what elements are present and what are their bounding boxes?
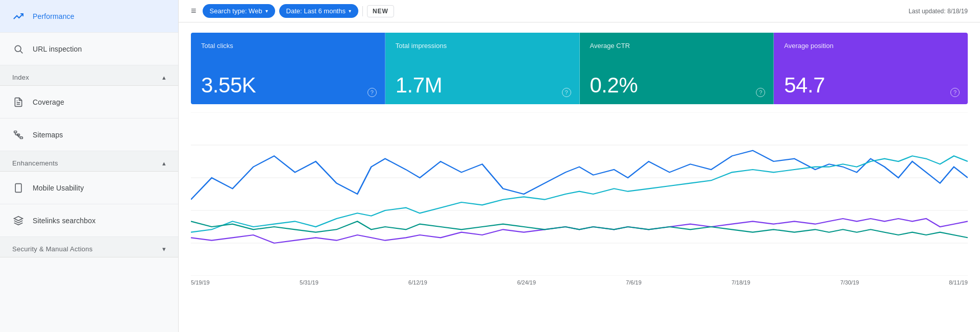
- clicks-line: [191, 151, 968, 200]
- x-label-5: 7/18/19: [731, 279, 750, 286]
- svg-line-1: [20, 51, 23, 53]
- enhancements-section-label: Enhancements: [12, 159, 58, 167]
- sidebar-item-sitelinks-label: Sitelinks searchbox: [33, 217, 95, 225]
- metric-card-clicks[interactable]: Total clicks 3.55K ?: [191, 33, 385, 104]
- index-section-label: Index: [12, 74, 29, 81]
- position-value: 54.7: [784, 75, 958, 96]
- svg-marker-13: [14, 216, 23, 220]
- metrics-row: Total clicks 3.55K ? Total impressions 1…: [191, 33, 968, 104]
- position-line: [191, 221, 968, 238]
- date-range-chevron: ▾: [349, 8, 351, 14]
- sidebar-item-url-inspection[interactable]: URL inspection: [0, 33, 178, 65]
- new-badge: NEW: [367, 5, 394, 17]
- search-type-filter[interactable]: Search type: Web ▾: [203, 4, 275, 18]
- search-type-chevron: ▾: [265, 8, 268, 14]
- svg-point-0: [15, 45, 21, 52]
- clicks-label: Total clicks: [201, 42, 375, 50]
- ctr-value: 0.2%: [590, 75, 764, 96]
- sidebar-item-sitemaps-label: Sitemaps: [33, 131, 63, 139]
- x-label-3: 6/24/19: [517, 279, 536, 286]
- menu-icon[interactable]: ≡: [191, 6, 197, 16]
- trending-up-icon: [12, 10, 24, 22]
- x-label-2: 6/12/19: [408, 279, 427, 286]
- coverage-icon: [12, 96, 24, 108]
- date-range-label: Date: Last 6 months: [286, 7, 346, 15]
- filter-divider: [362, 6, 363, 16]
- enhancements-section-header[interactable]: Enhancements ▴: [0, 151, 178, 172]
- impressions-help-icon[interactable]: ?: [562, 88, 571, 97]
- search-icon: [12, 43, 24, 55]
- chart-container: 5/19/19 5/31/19 6/12/19 6/24/19 7/6/19 7…: [179, 112, 980, 332]
- index-section-header[interactable]: Index ▴: [0, 65, 178, 86]
- security-section-header[interactable]: Security & Manual Actions ▾: [0, 237, 178, 257]
- sitemaps-icon: [12, 129, 24, 141]
- x-axis-labels: 5/19/19 5/31/19 6/12/19 6/24/19 7/6/19 7…: [191, 277, 968, 286]
- enhancements-chevron-icon: ▴: [162, 159, 166, 167]
- sidebar-item-coverage-label: Coverage: [33, 98, 64, 106]
- impressions-label: Total impressions: [396, 42, 569, 50]
- security-chevron-icon: ▾: [162, 245, 166, 253]
- main-content: ≡ Search type: Web ▾ Date: Last 6 months…: [179, 0, 980, 332]
- clicks-help-icon[interactable]: ?: [368, 88, 377, 97]
- ctr-help-icon[interactable]: ?: [756, 88, 765, 97]
- x-label-0: 5/19/19: [191, 279, 210, 286]
- mobile-icon: [12, 182, 24, 194]
- metric-card-ctr[interactable]: Average CTR 0.2% ?: [580, 33, 774, 104]
- sidebar-item-mobile-usability[interactable]: Mobile Usability: [0, 172, 178, 204]
- date-range-filter[interactable]: Date: Last 6 months ▾: [279, 4, 358, 18]
- index-chevron-icon: ▴: [162, 74, 166, 81]
- top-bar: ≡ Search type: Web ▾ Date: Last 6 months…: [179, 0, 980, 22]
- last-updated: Last updated: 8/18/19: [909, 8, 968, 15]
- position-label: Average position: [784, 42, 958, 50]
- position-help-icon[interactable]: ?: [950, 88, 960, 97]
- sidebar-item-sitemaps[interactable]: Sitemaps: [0, 118, 178, 151]
- clicks-value: 3.55K: [201, 75, 375, 96]
- metric-card-position[interactable]: Average position 54.7 ?: [774, 33, 968, 104]
- sidebar: Performance URL inspection Index ▴ Cover…: [0, 0, 179, 332]
- sidebar-item-performance[interactable]: Performance: [0, 0, 178, 33]
- search-type-label: Search type: Web: [210, 7, 262, 15]
- ctr-label: Average CTR: [590, 42, 764, 50]
- sidebar-item-sitelinks-searchbox[interactable]: Sitelinks searchbox: [0, 204, 178, 237]
- x-label-6: 7/30/19: [840, 279, 859, 286]
- sidebar-item-mobile-usability-label: Mobile Usability: [33, 184, 84, 192]
- top-bar-filters: ≡ Search type: Web ▾ Date: Last 6 months…: [191, 4, 394, 18]
- sidebar-item-performance-label: Performance: [33, 12, 75, 20]
- sidebar-item-coverage[interactable]: Coverage: [0, 86, 178, 118]
- x-label-4: 7/6/19: [626, 279, 642, 286]
- security-section-label: Security & Manual Actions: [12, 245, 93, 253]
- metric-card-impressions[interactable]: Total impressions 1.7M ?: [385, 33, 580, 104]
- performance-chart: [191, 112, 968, 276]
- impressions-value: 1.7M: [396, 75, 569, 96]
- x-label-7: 8/11/19: [949, 279, 968, 286]
- x-label-1: 5/31/19: [300, 279, 318, 286]
- svg-rect-4: [14, 131, 17, 132]
- sidebar-item-url-inspection-label: URL inspection: [33, 45, 82, 53]
- sitelinks-icon: [12, 215, 24, 227]
